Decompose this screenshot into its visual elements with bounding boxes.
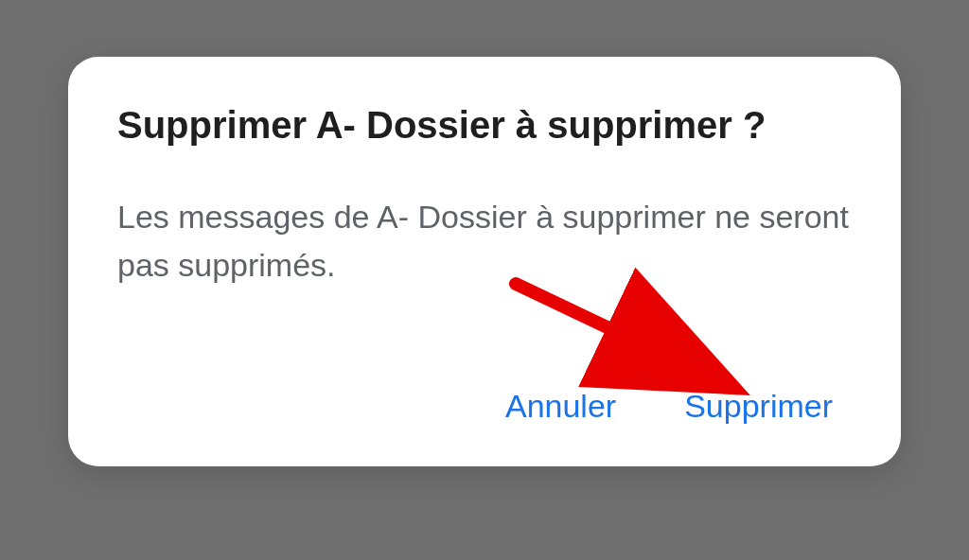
cancel-button[interactable]: Annuler [498,384,624,429]
dialog-actions: Annuler Supprimer [117,384,852,429]
delete-confirmation-dialog: Supprimer A- Dossier à supprimer ? Les m… [68,57,901,466]
delete-button[interactable]: Supprimer [677,384,840,429]
dialog-title: Supprimer A- Dossier à supprimer ? [117,102,852,148]
dialog-body-text: Les messages de A- Dossier à supprimer n… [117,193,852,289]
